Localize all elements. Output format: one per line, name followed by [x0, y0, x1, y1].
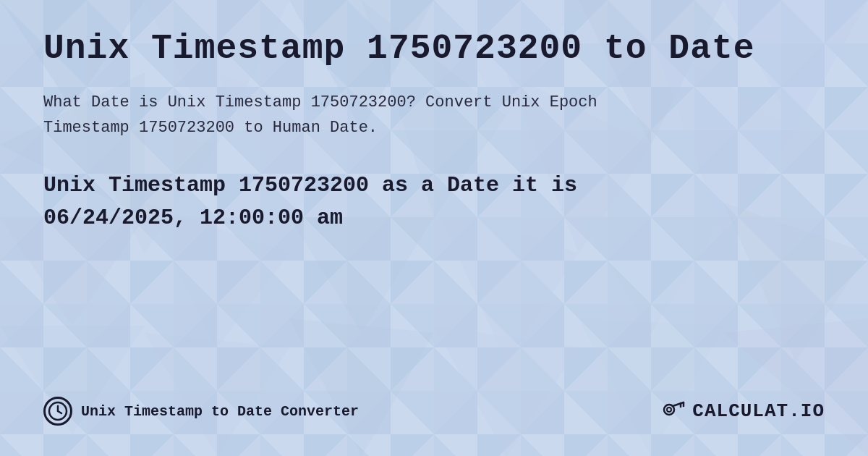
logo-text: CALCULAT.IO: [692, 400, 825, 422]
svg-line-39: [673, 402, 684, 406]
svg-point-38: [667, 408, 671, 412]
svg-line-36: [58, 411, 61, 413]
page-description: What Date is Unix Timestamp 1750723200? …: [43, 90, 825, 140]
logo-icon: [660, 395, 686, 427]
result-text: Unix Timestamp 1750723200 as a Date it i…: [43, 169, 825, 235]
result-section: Unix Timestamp 1750723200 as a Date it i…: [43, 169, 825, 235]
footer-left: Unix Timestamp to Date Converter: [43, 397, 359, 426]
footer: Unix Timestamp to Date Converter CALCULA…: [43, 381, 825, 427]
logo: CALCULAT.IO: [660, 395, 825, 427]
clock-icon: [43, 397, 72, 426]
footer-label: Unix Timestamp to Date Converter: [81, 403, 359, 420]
page-title: Unix Timestamp 1750723200 to Date: [43, 29, 825, 68]
